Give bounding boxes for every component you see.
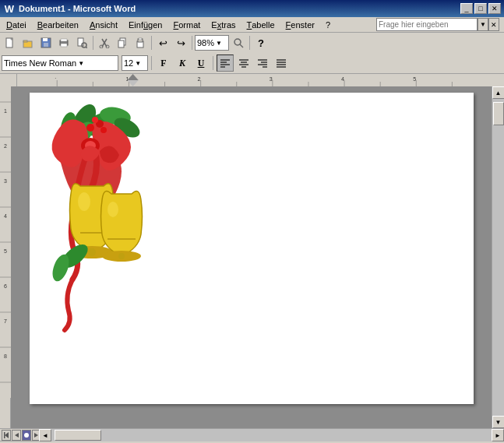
scroll-right-button[interactable]: ► [492, 429, 504, 441]
size-arrow: ▼ [135, 60, 141, 67]
frage-dropdown-button[interactable]: ▼ [478, 18, 488, 31]
title-bar-controls: _ □ ✕ [460, 3, 501, 14]
select-browse-button[interactable] [22, 430, 31, 441]
align-center-button[interactable] [235, 54, 252, 72]
menu-format[interactable]: Format [168, 18, 205, 32]
menu-bearbeiten[interactable]: Bearbeiten [33, 18, 83, 32]
frage-input[interactable] [376, 18, 478, 31]
svg-point-99 [92, 117, 98, 123]
vertical-ruler: 1 2 3 4 5 6 7 8 [0, 86, 11, 428]
justify-button[interactable] [273, 54, 290, 72]
italic-button[interactable]: K [174, 54, 191, 72]
font-size-dropdown[interactable]: 12 ▼ [122, 55, 148, 71]
document-page[interactable] [30, 93, 474, 404]
print-button[interactable] [55, 34, 72, 51]
svg-rect-5 [43, 38, 48, 41]
ruler-corner [0, 74, 17, 86]
svg-text:3: 3 [270, 76, 273, 83]
separator2 [151, 36, 152, 50]
svg-text:8: 8 [4, 353, 7, 359]
cut-button[interactable] [96, 34, 113, 51]
page-nav-buttons [0, 429, 39, 441]
svg-marker-107 [34, 433, 38, 438]
help-btn[interactable]: ? [252, 34, 270, 51]
doc-start-button[interactable] [2, 430, 11, 441]
horizontal-ruler: · 1 2 3 4 5 [17, 74, 504, 86]
paste-button[interactable] [132, 34, 149, 51]
minimize-button[interactable]: _ [460, 3, 473, 14]
svg-text:6: 6 [4, 283, 7, 289]
menu-bar: Datei Bearbeiten Ansicht Einfügen Format… [0, 17, 504, 33]
separator1 [93, 36, 93, 50]
svg-text:1: 1 [4, 108, 7, 114]
prev-page-button[interactable] [12, 430, 21, 441]
new-button[interactable] [2, 34, 19, 51]
main-area: 1 2 3 4 5 6 7 8 [0, 86, 504, 428]
bold-button[interactable]: F [155, 54, 172, 72]
separator5 [151, 56, 152, 70]
title-bar: W Dokument1 - Microsoft Word _ □ ✕ [0, 0, 504, 17]
svg-text:3: 3 [4, 178, 7, 184]
menu-extras[interactable]: Extras [206, 18, 240, 32]
close-button[interactable]: ✕ [488, 3, 501, 14]
svg-point-22 [234, 39, 241, 45]
toolbar1: ↩ ↩ 98% ▼ ? [0, 33, 504, 53]
bottom-bar: ◄ ► [0, 428, 504, 441]
menu-datei[interactable]: Datei [2, 18, 31, 32]
svg-marker-105 [15, 433, 19, 438]
font-dropdown[interactable]: Times New Roman ▼ [2, 55, 118, 71]
preview-button[interactable] [73, 34, 90, 51]
zoom-dropdown[interactable]: 98% ▼ [195, 35, 229, 51]
menu-einfuegen[interactable]: Einfügen [124, 18, 167, 32]
scroll-left-button[interactable]: ◄ [39, 429, 51, 441]
save-button[interactable] [37, 34, 55, 51]
svg-rect-9 [61, 44, 67, 47]
svg-text:·: · [55, 76, 56, 82]
zoom-icon[interactable] [230, 34, 247, 51]
scroll-track[interactable] [492, 99, 505, 416]
open-button[interactable] [19, 34, 37, 51]
separator6 [213, 56, 213, 70]
svg-line-12 [86, 47, 87, 48]
scroll-down-button[interactable]: ▼ [492, 416, 505, 428]
christmas-decoration [37, 100, 209, 334]
svg-rect-3 [23, 40, 27, 42]
redo-button[interactable]: ↩ [172, 34, 189, 51]
menu-fenster[interactable]: Fenster [281, 18, 319, 32]
font-name: Times New Roman [4, 58, 76, 68]
title-text: Dokument1 - Microsoft Word [19, 4, 136, 13]
scroll-thumb-h[interactable] [55, 430, 101, 441]
font-arrow: ▼ [78, 60, 84, 67]
font-size: 12 [124, 58, 133, 68]
frage-close-button[interactable]: ✕ [488, 18, 499, 31]
align-right-button[interactable] [254, 54, 271, 72]
undo-button[interactable]: ↩ [154, 34, 171, 51]
copy-button[interactable] [114, 34, 131, 51]
separator4 [249, 36, 250, 50]
menu-help[interactable]: ? [321, 18, 335, 32]
zoom-value: 98% [197, 38, 214, 47]
underline-button[interactable]: U [192, 54, 210, 72]
svg-point-94 [107, 202, 118, 217]
svg-text:5: 5 [413, 76, 416, 83]
scroll-thumb[interactable] [493, 102, 504, 125]
svg-rect-41 [57, 74, 456, 86]
svg-point-96 [118, 253, 125, 259]
horizontal-scrollbar[interactable]: ◄ ► [39, 429, 504, 441]
svg-rect-10 [78, 38, 83, 46]
svg-text:2: 2 [4, 143, 7, 149]
menu-tabelle[interactable]: Tabelle [242, 18, 280, 32]
menu-ansicht[interactable]: Ansicht [85, 18, 122, 32]
svg-line-23 [240, 44, 243, 47]
svg-point-100 [100, 127, 107, 133]
maximize-button[interactable]: □ [474, 3, 487, 14]
svg-rect-18 [118, 40, 124, 47]
word-icon: W [3, 2, 16, 15]
separator3 [192, 36, 192, 50]
vertical-scrollbar: ▲ ▼ [492, 86, 504, 428]
svg-point-92 [88, 248, 96, 256]
svg-text:4: 4 [341, 76, 344, 83]
align-left-button[interactable] [217, 54, 234, 72]
scroll-up-button[interactable]: ▲ [492, 86, 505, 99]
svg-rect-6 [44, 43, 48, 47]
